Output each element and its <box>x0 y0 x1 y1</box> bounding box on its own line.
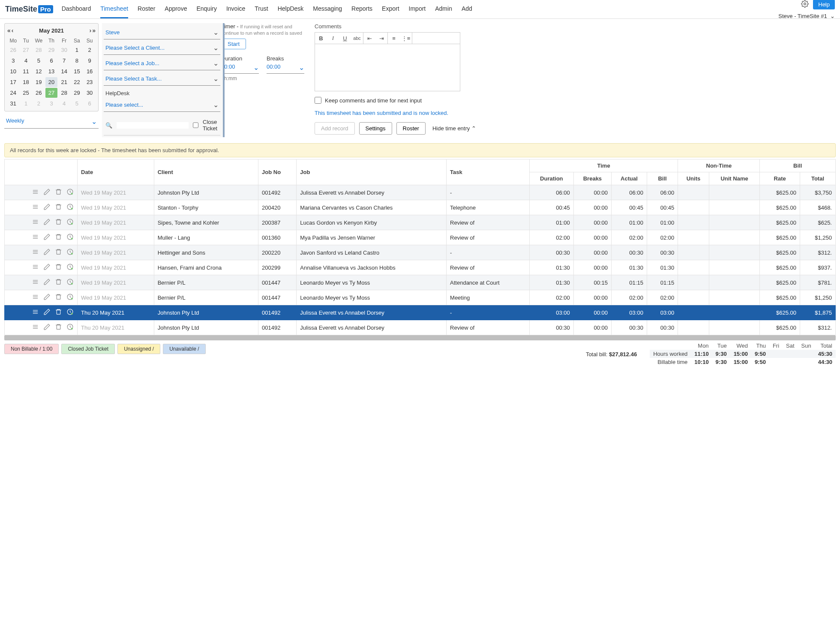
cal-day[interactable]: 27 <box>20 45 32 55</box>
client-select[interactable]: Please Select a Client...⌄ <box>104 40 220 55</box>
duration-select[interactable]: 00:00⌄ <box>221 62 259 74</box>
col-client[interactable]: Client <box>154 159 258 185</box>
cal-day[interactable]: 5 <box>33 56 45 66</box>
cal-day[interactable]: 3 <box>7 56 19 66</box>
clock-icon[interactable] <box>66 248 74 257</box>
edit-icon[interactable] <box>43 323 51 332</box>
nav-messaging[interactable]: Messaging <box>313 0 342 18</box>
cal-day[interactable]: 25 <box>20 88 32 98</box>
breaks-select[interactable]: 00:00⌄ <box>267 62 304 74</box>
help-button[interactable]: Help <box>813 0 835 9</box>
nav-admin[interactable]: Admin <box>435 0 452 18</box>
cal-day[interactable]: 14 <box>58 66 70 76</box>
timesheet-grid[interactable]: Date Client Job No Job Task Time Non-Tim… <box>4 159 836 335</box>
cal-day[interactable]: 18 <box>20 77 32 87</box>
cal-day[interactable]: 13 <box>45 66 57 76</box>
nav-invoice[interactable]: Invoice <box>226 0 245 18</box>
nav-timesheet[interactable]: Timesheet <box>100 0 128 18</box>
user-select[interactable]: Steve⌄ <box>104 25 220 39</box>
keep-checkbox[interactable] <box>315 97 321 104</box>
clock-icon[interactable] <box>66 323 74 332</box>
col-date[interactable]: Date <box>78 159 154 185</box>
edit-icon[interactable] <box>43 278 51 287</box>
cal-day[interactable]: 12 <box>33 66 45 76</box>
bold-button[interactable]: B <box>315 33 327 44</box>
unordered-list-button[interactable]: ⋮≡ <box>400 33 412 44</box>
cal-day[interactable]: 7 <box>58 56 70 66</box>
cal-day[interactable]: 2 <box>33 99 45 108</box>
delete-icon[interactable] <box>55 248 62 257</box>
col-unitname[interactable]: Unit Name <box>709 172 760 185</box>
col-task[interactable]: Task <box>447 159 530 185</box>
col-duration[interactable]: Duration <box>529 172 573 185</box>
cal-day[interactable]: 15 <box>71 66 83 76</box>
nav-dashboard[interactable]: Dashboard <box>62 0 91 18</box>
col-actual[interactable]: Actual <box>612 172 647 185</box>
clock-icon[interactable] <box>66 233 74 242</box>
nav-export[interactable]: Export <box>382 0 399 18</box>
cal-day[interactable]: 22 <box>71 77 83 87</box>
search-icon[interactable]: 🔍 <box>105 122 112 129</box>
cal-day[interactable]: 4 <box>20 56 32 66</box>
drag-handle-icon[interactable] <box>32 278 39 287</box>
drag-handle-icon[interactable] <box>32 323 39 332</box>
drag-handle-icon[interactable] <box>32 248 39 257</box>
nav-helpdesk[interactable]: HelpDesk <box>278 0 304 18</box>
drag-handle-icon[interactable] <box>32 218 39 227</box>
table-row[interactable]: Wed 19 May 2021Hettinger and Sons200220J… <box>5 245 836 260</box>
drag-handle-icon[interactable] <box>32 233 39 242</box>
timer-start-button[interactable]: Start <box>221 39 246 49</box>
col-rate[interactable]: Rate <box>760 172 800 185</box>
edit-icon[interactable] <box>43 188 51 197</box>
clock-icon[interactable] <box>66 293 74 302</box>
delete-icon[interactable] <box>55 293 62 302</box>
cal-day[interactable]: 30 <box>58 45 70 55</box>
delete-icon[interactable] <box>55 233 62 242</box>
cal-day[interactable]: 26 <box>7 45 19 55</box>
col-job[interactable]: Job <box>297 159 447 185</box>
task-select[interactable]: Please Select a Task...⌄ <box>104 71 220 86</box>
delete-icon[interactable] <box>55 263 62 272</box>
ordered-list-button[interactable]: ≡ <box>388 33 400 44</box>
cal-day[interactable]: 3 <box>45 99 57 108</box>
table-row[interactable]: Wed 19 May 2021Sipes, Towne and Kohler20… <box>5 215 836 230</box>
edit-icon[interactable] <box>43 248 51 257</box>
horizontal-scrollbar[interactable] <box>4 335 836 340</box>
job-select[interactable]: Please Select a Job...⌄ <box>104 56 220 70</box>
cal-day[interactable]: 10 <box>7 66 19 76</box>
nav-trust[interactable]: Trust <box>255 0 268 18</box>
table-row[interactable]: Wed 19 May 2021Stanton - Torphy200420Mar… <box>5 200 836 215</box>
comments-input[interactable] <box>315 44 460 91</box>
roster-button[interactable]: Roster <box>396 122 426 135</box>
delete-icon[interactable] <box>55 308 62 317</box>
cal-day[interactable]: 6 <box>84 99 96 108</box>
view-mode-select[interactable]: Weekly⌄ <box>4 115 99 129</box>
delete-icon[interactable] <box>55 188 62 197</box>
cal-day[interactable]: 2 <box>84 45 96 55</box>
col-jobno[interactable]: Job No <box>258 159 297 185</box>
col-breaks[interactable]: Breaks <box>573 172 611 185</box>
cal-day[interactable]: 31 <box>7 99 19 108</box>
edit-icon[interactable] <box>43 203 51 212</box>
underline-button[interactable]: U <box>339 33 351 44</box>
cal-day[interactable]: 1 <box>71 45 83 55</box>
cal-prev-month-icon[interactable]: ‹ <box>12 27 14 34</box>
current-user[interactable]: Steve - TimeSite #1 ⌄ <box>778 13 835 19</box>
cal-day[interactable]: 28 <box>58 88 70 98</box>
cal-day[interactable]: 26 <box>33 88 45 98</box>
search-input[interactable] <box>117 122 189 129</box>
cal-day[interactable]: 6 <box>45 56 57 66</box>
cal-day[interactable]: 27 <box>45 88 57 98</box>
drag-handle-icon[interactable] <box>32 263 39 272</box>
clock-icon[interactable] <box>66 278 74 287</box>
clock-icon[interactable] <box>66 203 74 212</box>
drag-handle-icon[interactable] <box>32 308 39 317</box>
nav-roster[interactable]: Roster <box>138 0 155 18</box>
cal-day[interactable]: 16 <box>84 66 96 76</box>
delete-icon[interactable] <box>55 218 62 227</box>
clock-icon[interactable] <box>66 263 74 272</box>
hide-time-entry[interactable]: Hide time entry ⌃ <box>432 125 476 132</box>
clock-icon[interactable] <box>66 308 74 317</box>
drag-handle-icon[interactable] <box>32 203 39 212</box>
cal-day[interactable]: 5 <box>71 99 83 108</box>
